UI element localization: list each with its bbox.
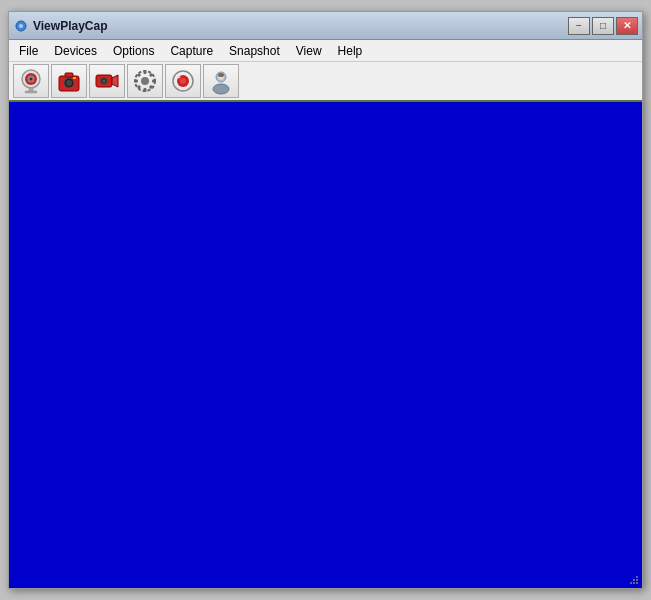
svg-point-32 xyxy=(213,84,229,94)
svg-point-5 xyxy=(30,78,33,81)
window-title: ViewPlayCap xyxy=(33,19,107,33)
svg-rect-24 xyxy=(137,85,141,89)
svg-point-34 xyxy=(218,73,224,77)
toolbar-btn-settings[interactable] xyxy=(127,64,163,98)
svg-point-30 xyxy=(178,76,181,79)
svg-rect-22 xyxy=(152,80,156,83)
svg-point-1 xyxy=(19,24,23,28)
menu-item-options[interactable]: Options xyxy=(105,40,162,61)
maximize-button[interactable]: □ xyxy=(592,17,614,35)
app-icon xyxy=(13,18,29,34)
resize-grip[interactable] xyxy=(628,574,642,588)
svg-rect-39 xyxy=(636,576,638,578)
main-content xyxy=(9,102,642,588)
svg-marker-14 xyxy=(112,75,118,87)
main-window: ViewPlayCap − □ ✕ FileDevicesOptionsCapt… xyxy=(8,11,643,589)
toolbar-btn-camera[interactable] xyxy=(51,64,87,98)
title-bar: ViewPlayCap − □ ✕ xyxy=(9,12,642,40)
menu-item-view[interactable]: View xyxy=(288,40,330,61)
svg-rect-20 xyxy=(144,88,147,92)
close-button[interactable]: ✕ xyxy=(616,17,638,35)
svg-rect-35 xyxy=(636,582,638,584)
svg-rect-21 xyxy=(134,80,138,83)
svg-rect-7 xyxy=(25,91,37,93)
svg-rect-23 xyxy=(137,73,141,77)
svg-rect-37 xyxy=(636,579,638,581)
menu-item-help[interactable]: Help xyxy=(330,40,371,61)
toolbar-btn-webcam[interactable] xyxy=(13,64,49,98)
svg-rect-11 xyxy=(65,73,73,77)
svg-rect-19 xyxy=(144,70,147,74)
menu-item-capture[interactable]: Capture xyxy=(162,40,221,61)
title-bar-left: ViewPlayCap xyxy=(13,18,107,34)
svg-point-29 xyxy=(180,78,186,84)
toolbar-btn-video[interactable] xyxy=(89,64,125,98)
window-controls: − □ ✕ xyxy=(568,17,638,35)
svg-rect-40 xyxy=(633,579,635,581)
svg-rect-12 xyxy=(73,77,76,79)
minimize-button[interactable]: − xyxy=(568,17,590,35)
menu-item-snapshot[interactable]: Snapshot xyxy=(221,40,288,61)
svg-rect-25 xyxy=(149,73,153,77)
svg-point-18 xyxy=(141,77,149,85)
menu-item-devices[interactable]: Devices xyxy=(46,40,105,61)
toolbar-btn-person[interactable] xyxy=(203,64,239,98)
menu-item-file[interactable]: File xyxy=(11,40,46,61)
toolbar-btn-record[interactable] xyxy=(165,64,201,98)
svg-point-16 xyxy=(103,80,106,83)
toolbar xyxy=(9,62,642,102)
svg-rect-38 xyxy=(630,582,632,584)
menu-bar: FileDevicesOptionsCaptureSnapshotViewHel… xyxy=(9,40,642,62)
svg-point-10 xyxy=(66,80,72,86)
svg-rect-36 xyxy=(633,582,635,584)
